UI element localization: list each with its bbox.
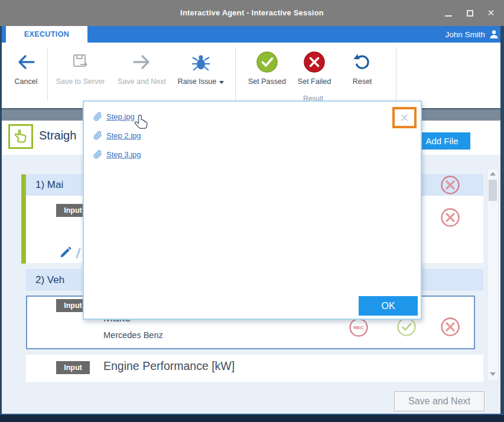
file-list-item: Step.jpg (93, 110, 135, 123)
toolbar-separator (396, 47, 396, 100)
file-link[interactable]: Step.jpg (106, 112, 135, 121)
maximize-button[interactable] (461, 5, 478, 21)
save-and-next-button[interactable]: Save and Next (112, 46, 171, 100)
status-rec-icon[interactable]: REC (349, 317, 369, 337)
action-highlight-box: ✕ (392, 107, 417, 128)
window-controls: ✕ (440, 0, 499, 26)
pointing-hand-icon (12, 128, 30, 145)
minimize-button[interactable] (440, 5, 457, 21)
set-passed-label: Set Passed (248, 77, 286, 86)
field-label-engine: Engine Performance [kW] (103, 359, 235, 373)
status-fail-icon[interactable] (440, 207, 460, 228)
window-border-right (500, 26, 504, 414)
paperclip-icon (93, 150, 102, 159)
tab-execution[interactable]: EXECUTION (6, 26, 87, 43)
input-badge: Input (56, 361, 90, 374)
file-list-item: Step 3.jpg (93, 148, 141, 161)
user-icon (489, 29, 499, 40)
cancel-button[interactable]: Cancel (7, 46, 45, 100)
save-and-next-label: Save and Next (118, 77, 166, 86)
file-link[interactable]: Step 3.jpg (106, 150, 141, 159)
paperclip-icon (93, 112, 102, 121)
dropdown-caret-icon (219, 81, 224, 84)
cancel-label: Cancel (15, 77, 38, 86)
add-file-button[interactable]: Add File (414, 132, 470, 150)
scrollbar-thumb[interactable] (489, 180, 497, 201)
scrollbar-up-arrow[interactable] (490, 172, 496, 176)
status-pass-icon[interactable] (396, 317, 417, 337)
scrollbar-down-arrow[interactable] (490, 372, 496, 376)
ribbon-tab-bar: EXECUTION John Smith (0, 26, 504, 43)
close-button[interactable]: ✕ (483, 5, 499, 21)
ribbon-toolbar: Cancel Save to Server Save and Next (0, 43, 504, 108)
set-failed-button[interactable]: Set Failed (293, 46, 336, 100)
set-failed-label: Set Failed (298, 77, 331, 86)
cursor-pointer-icon (132, 114, 150, 133)
field-value-make: Mercedes Benz (103, 330, 163, 340)
toolbar-separator (235, 47, 236, 100)
floppy-disk-icon (71, 53, 89, 71)
minimize-icon (445, 15, 452, 17)
edit-pencil-icon[interactable] (59, 246, 72, 259)
status-fail-icon[interactable] (440, 317, 460, 337)
undo-arrow-icon (352, 53, 372, 71)
user-name: John Smith (445, 30, 485, 39)
bug-icon (191, 53, 211, 72)
next-arrow-icon (132, 54, 152, 70)
raise-issue-button[interactable]: Raise Issue (173, 46, 229, 100)
attachments-dialog: Step.jpg Step 2.jpg Step 3.jpg ✕ OK (83, 100, 422, 320)
set-passed-button[interactable]: Set Passed (242, 46, 292, 100)
status-fail-icon[interactable] (440, 175, 460, 195)
toolbar-separator (47, 47, 48, 100)
ok-button[interactable]: OK (359, 296, 418, 316)
paperclip-icon (93, 131, 102, 140)
raise-issue-label: Raise Issue (178, 77, 224, 86)
save-to-server-label: Save to Server (56, 77, 105, 86)
failed-cross-icon (303, 51, 326, 73)
save-to-server-button[interactable]: Save to Server (50, 46, 111, 100)
save-and-next-footer-button[interactable]: Save and Next (394, 391, 485, 411)
field-row-engine[interactable] (26, 355, 483, 382)
window-bottom-bar (0, 414, 504, 422)
close-icon: ✕ (487, 8, 495, 18)
section-2-title: 2) Veh (35, 274, 64, 286)
active-section-bar (21, 174, 26, 264)
app-window: Interactive Agent - Interactive Session … (0, 0, 504, 422)
reset-label: Reset (353, 77, 372, 86)
section-1-title: 1) Mai (35, 179, 63, 191)
back-arrow-icon (16, 54, 36, 70)
dialog-close-button[interactable]: ✕ (400, 111, 409, 125)
window-title: Interactive Agent - Interactive Session (0, 0, 504, 26)
rec-text: REC (354, 325, 364, 330)
maximize-icon (467, 10, 473, 17)
user-menu[interactable]: John Smith (445, 26, 499, 43)
step-type-box (8, 124, 33, 149)
window-border-left (0, 26, 2, 414)
reset-button[interactable]: Reset (342, 46, 383, 100)
step-title: Straigh (39, 129, 76, 142)
passed-check-icon (256, 51, 278, 73)
title-bar: Interactive Agent - Interactive Session … (0, 0, 504, 26)
